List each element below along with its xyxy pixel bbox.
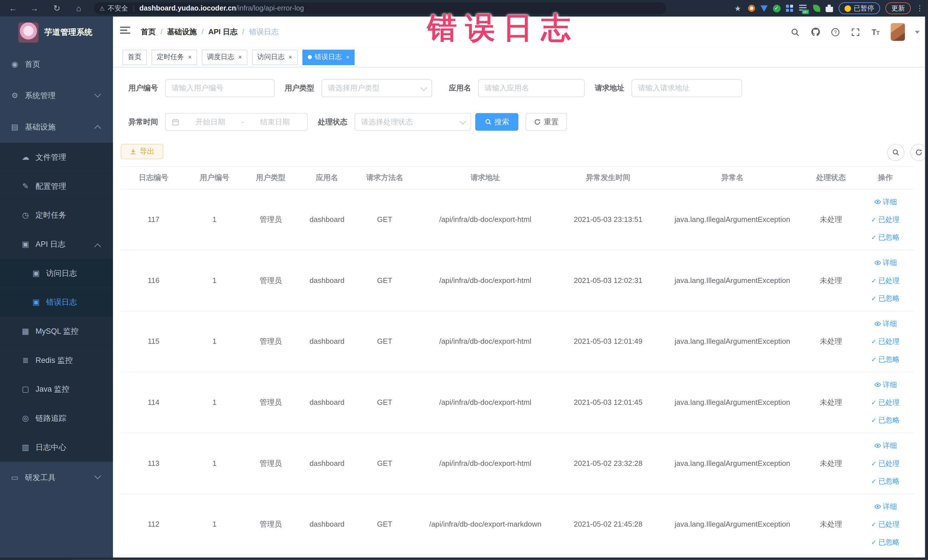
breadcrumb-item[interactable]: 基础设施 xyxy=(167,27,197,37)
sidebar-item-access-log[interactable]: ▣访问日志 xyxy=(0,259,113,288)
sidebar-item-config-manage[interactable]: ✎配置管理 xyxy=(0,172,113,201)
processed-link[interactable]: ✓已处理 xyxy=(871,276,900,285)
chevron-down-icon[interactable] xyxy=(915,31,920,34)
detail-link[interactable]: 详细 xyxy=(874,441,897,451)
breadcrumb-item[interactable]: API 日志 xyxy=(208,27,237,37)
cell-user_id: 1 xyxy=(186,337,243,346)
fullscreen-icon[interactable] xyxy=(850,27,860,37)
chevron-up-icon xyxy=(95,243,101,250)
processed-link[interactable]: ✓已处理 xyxy=(871,215,900,224)
extension-orange-icon[interactable] xyxy=(748,5,755,12)
sidebar-item-label: 首页 xyxy=(25,59,40,69)
sidebar-item-label: 日志中心 xyxy=(35,442,66,452)
extension-on-badge-icon[interactable]: on xyxy=(798,3,807,13)
toggle-search-button[interactable] xyxy=(887,144,904,161)
sidebar-item-dev-tools[interactable]: ▭研发工具 xyxy=(0,462,113,493)
user-avatar[interactable] xyxy=(891,23,905,41)
app-name-input[interactable] xyxy=(478,79,585,97)
ignored-link[interactable]: ✓已忽略 xyxy=(871,232,900,242)
processed-link[interactable]: ✓已处理 xyxy=(871,336,900,346)
sidebar-item-log-center[interactable]: ▥日志中心 xyxy=(0,433,113,462)
sidebar-logo[interactable]: 芋道管理系统 xyxy=(0,17,113,49)
sidebar-item-home[interactable]: ◉首页 xyxy=(0,49,113,80)
ignored-link[interactable]: ✓已忽略 xyxy=(871,537,900,547)
help-icon[interactable]: ? xyxy=(830,27,840,37)
sidebar-item-system[interactable]: ⚙系统管理 xyxy=(0,80,113,111)
search-button[interactable]: 搜索 xyxy=(475,113,518,131)
sidebar-item-error-log[interactable]: ▣错误日志 xyxy=(0,288,113,317)
address-bar[interactable]: ⚠ 不安全 | dashboard.yudao.iocoder.cn/infra… xyxy=(94,2,666,14)
tab-1[interactable]: 定时任务× xyxy=(151,49,197,65)
sidebar-item-mysql-monitor[interactable]: ▦MySQL 监控 xyxy=(0,317,113,346)
detail-link[interactable]: 详细 xyxy=(874,380,897,390)
back-icon[interactable]: ← xyxy=(6,0,20,17)
search-icon[interactable] xyxy=(790,27,800,37)
home-icon[interactable]: ⌂ xyxy=(72,0,86,17)
export-button[interactable]: 导出 xyxy=(121,144,163,159)
close-icon[interactable]: × xyxy=(346,54,350,60)
extension-shield-icon[interactable] xyxy=(760,5,768,12)
forward-icon[interactable]: → xyxy=(27,0,41,17)
sidebar-item-scheduled-job[interactable]: ◷定时任务 xyxy=(0,201,113,230)
hamburger-icon[interactable] xyxy=(120,26,130,35)
browser-menu-icon[interactable]: ⋮ xyxy=(916,4,923,12)
user-id-input[interactable] xyxy=(165,79,275,97)
column-header: 应用名 xyxy=(299,173,355,183)
sidebar-item-redis-monitor[interactable]: ≣Redis 监控 xyxy=(0,346,113,375)
request-url-input[interactable] xyxy=(632,79,742,97)
user-type-select[interactable] xyxy=(322,79,432,97)
sidebar-item-api-log[interactable]: ▣API 日志 xyxy=(0,230,113,259)
extension-green-check-icon[interactable]: ✓ xyxy=(772,5,780,12)
extensions-puzzle-icon[interactable] xyxy=(825,5,833,12)
tab-3[interactable]: 访问日志× xyxy=(252,49,297,65)
sidebar-item-infra[interactable]: ▤基础设施 xyxy=(0,111,113,143)
close-icon[interactable]: × xyxy=(289,54,292,60)
bookmark-star-icon[interactable]: ★ xyxy=(733,3,742,13)
ignored-link[interactable]: ✓已忽略 xyxy=(871,293,900,303)
reload-icon[interactable]: ↻ xyxy=(50,0,64,17)
check-icon: ✓ xyxy=(871,233,877,241)
cell-exception: java.lang.IllegalArgumentException xyxy=(660,398,805,406)
extension-leaf-icon[interactable] xyxy=(813,5,820,12)
breadcrumb-item[interactable]: 首页 xyxy=(141,27,156,37)
ignored-link[interactable]: ✓已忽略 xyxy=(871,415,900,425)
exception-time-range-picker[interactable]: 开始日期 - 结束日期 xyxy=(165,113,308,131)
processed-link[interactable]: ✓已处理 xyxy=(871,458,900,468)
cell-id: 112 xyxy=(121,520,186,529)
sidebar-item-trace[interactable]: ◎链路追踪 xyxy=(0,404,113,433)
url-domain: dashboard.yudao.iocoder.cn xyxy=(139,4,236,12)
close-icon[interactable]: × xyxy=(188,54,192,60)
cell-time: 2021-05-03 12:02:31 xyxy=(556,276,660,285)
detail-link[interactable]: 详细 xyxy=(874,502,897,511)
check-icon: ✓ xyxy=(871,338,877,345)
github-icon[interactable] xyxy=(810,27,820,37)
tab-0[interactable]: 首页 xyxy=(122,49,147,65)
check-icon: ✓ xyxy=(871,216,877,223)
processed-link[interactable]: ✓已处理 xyxy=(871,519,900,529)
detail-link[interactable]: 详细 xyxy=(874,319,897,329)
extension-grid-icon[interactable] xyxy=(786,5,793,12)
process-status-select[interactable] xyxy=(355,113,471,131)
reset-button[interactable]: 重置 xyxy=(525,113,567,131)
close-icon[interactable]: × xyxy=(238,54,242,60)
ignored-link[interactable]: ✓已忽略 xyxy=(871,476,900,486)
processed-link[interactable]: ✓已处理 xyxy=(871,397,900,407)
paused-badge[interactable]: 已暂停 xyxy=(838,2,880,14)
cell-method: GET xyxy=(355,215,414,224)
cell-app: dashboard xyxy=(299,276,355,285)
ignored-link[interactable]: ✓已忽略 xyxy=(871,354,900,364)
tab-4[interactable]: 错误日志× xyxy=(302,49,355,65)
tab-2[interactable]: 调度日志× xyxy=(202,49,247,65)
breadcrumb-separator: / xyxy=(201,28,203,36)
sidebar-item-java-monitor[interactable]: ▢Java 监控 xyxy=(0,375,113,404)
detail-link[interactable]: 详细 xyxy=(874,197,897,207)
scrollbar[interactable] xyxy=(925,0,928,560)
font-size-icon[interactable]: TT xyxy=(871,27,881,37)
end-date-placeholder: 结束日期 xyxy=(249,117,301,127)
tab-label: 调度日志 xyxy=(207,53,234,62)
update-button[interactable]: 更新 xyxy=(885,2,911,14)
refresh-icon xyxy=(915,149,923,156)
cell-actions: 详细✓已处理✓已忽略 xyxy=(857,197,914,243)
detail-link[interactable]: 详细 xyxy=(874,258,897,268)
sidebar-item-file-manage[interactable]: ☁文件管理 xyxy=(0,143,113,172)
